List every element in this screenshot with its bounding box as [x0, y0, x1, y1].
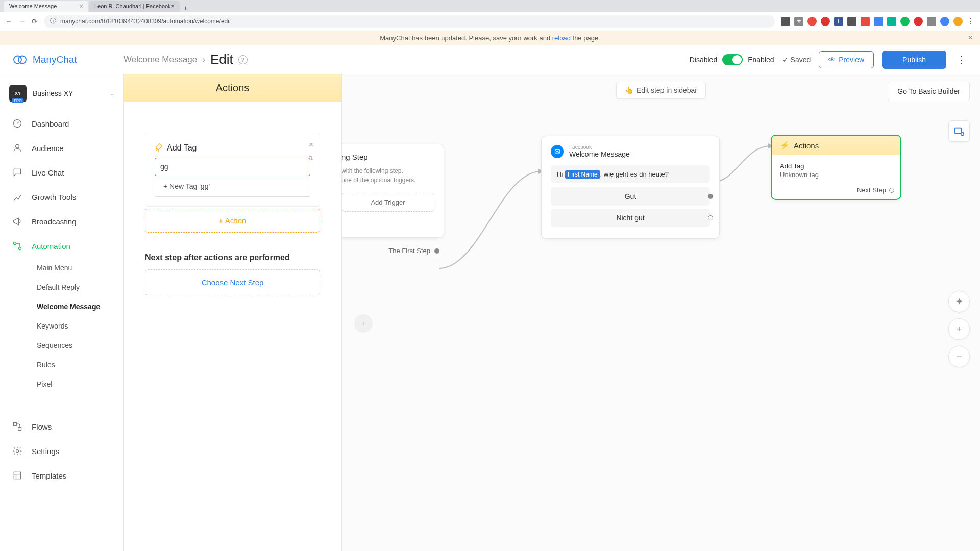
next-step-output[interactable]: Next Step	[857, 186, 894, 194]
ext-icon[interactable]	[887, 17, 896, 26]
reload-icon[interactable]: ⟳	[32, 17, 38, 26]
browser-tab-1[interactable]: Welcome Message×	[4, 1, 88, 12]
sidebar-item-audience[interactable]: Audience	[0, 136, 123, 160]
chevron-down-icon: ⌄	[109, 90, 114, 97]
connection-dot-icon[interactable]	[889, 188, 894, 193]
svg-rect-10	[955, 128, 962, 134]
add-trigger-button[interactable]: Add Trigger	[342, 193, 434, 212]
disabled-label: Disabled	[690, 56, 717, 64]
browser-tab-2[interactable]: Leon R. Chaudhari | Facebook×	[89, 1, 180, 12]
enabled-toggle-group: Disabled Enabled	[690, 54, 774, 65]
url-text: manychat.com/fb181039443240830​9/automat…	[60, 18, 231, 25]
sidebar-sub-mainmenu[interactable]: Main Menu	[0, 258, 123, 278]
url-input[interactable]: ⓘ manychat.com/fb181039443240830​9/autom…	[44, 15, 775, 28]
saved-label: Saved	[791, 56, 811, 64]
ext-icon[interactable]	[874, 17, 883, 26]
sidebar: XY PRO Business XY ⌄ Dashboard Audience …	[0, 74, 124, 551]
help-icon[interactable]: ?	[238, 55, 248, 64]
action-detail: Unknown tag	[780, 171, 892, 179]
logo[interactable]: ManyChat	[12, 52, 124, 67]
magic-button[interactable]: ✦	[948, 291, 970, 312]
close-icon[interactable]: ×	[968, 33, 973, 42]
new-tab-button[interactable]: +	[181, 4, 191, 12]
actions-panel-body: × ⇅ 🏷 Add Tag + New Tag 'gg' + Action Ne…	[124, 102, 341, 306]
workspace-name: Business XY	[33, 89, 103, 97]
menu-icon[interactable]: ⋮	[967, 16, 975, 26]
reload-link[interactable]: reload	[552, 34, 571, 42]
nav-label: Settings	[32, 447, 59, 456]
sidebar-sub-keywords[interactable]: Keywords	[0, 316, 123, 336]
go-basic-builder-button[interactable]: Go To Basic Builder	[888, 82, 970, 101]
svg-point-0	[14, 56, 21, 63]
preview-button[interactable]: 👁 Preview	[819, 51, 874, 68]
connection-dot-icon[interactable]	[708, 215, 713, 220]
ext-icon[interactable]	[927, 17, 936, 26]
starting-step-node[interactable]: ng Step with the following step.one of t…	[342, 144, 444, 238]
logo-text: ManyChat	[33, 54, 77, 65]
sidebar-item-templates[interactable]: Templates	[0, 463, 123, 488]
sidebar-item-broadcasting[interactable]: Broadcasting	[0, 209, 123, 234]
ext-icon[interactable]	[807, 17, 817, 26]
nav-label: Templates	[32, 471, 66, 480]
connection-dot-icon[interactable]	[708, 194, 713, 199]
drag-handle-icon[interactable]: ⇅	[308, 155, 313, 162]
sidebar-sub-defaultreply[interactable]: Default Reply	[0, 278, 123, 297]
sidebar-item-automation[interactable]: Automation	[0, 234, 123, 258]
sidebar-sub-sequences[interactable]: Sequences	[0, 336, 123, 355]
publish-button[interactable]: Publish	[882, 51, 946, 69]
connection-dot-icon[interactable]	[434, 248, 439, 254]
choose-next-step-button[interactable]: Choose Next Step	[145, 269, 320, 295]
back-button[interactable]: ‹	[354, 314, 373, 333]
close-icon[interactable]: ×	[171, 3, 175, 10]
back-icon[interactable]: ←	[5, 17, 12, 26]
ext-icon[interactable]: f	[834, 17, 843, 26]
forward-icon[interactable]: →	[18, 17, 26, 26]
ext-icon[interactable]	[900, 17, 910, 26]
ext-icon[interactable]	[940, 17, 949, 26]
zoom-out-button[interactable]: −	[948, 346, 970, 367]
ext-icon[interactable]	[781, 17, 790, 26]
platform-label: Facebook	[569, 144, 630, 150]
quick-reply-nichtgut[interactable]: Nicht gut	[551, 209, 710, 227]
quick-reply-label: Gut	[625, 192, 636, 201]
tag-input[interactable]	[155, 158, 310, 176]
ext-icon[interactable]	[914, 17, 923, 26]
nav-label: Live Chat	[32, 168, 64, 177]
profile-avatar[interactable]	[953, 17, 963, 26]
edit-in-sidebar-button[interactable]: 👆 Edit step in sidebar	[616, 82, 706, 99]
sidebar-item-dashboard[interactable]: Dashboard	[0, 111, 123, 136]
sidebar-sub-rules[interactable]: Rules	[0, 355, 123, 374]
svg-rect-7	[18, 428, 21, 431]
first-name-variable[interactable]: First Name	[565, 170, 600, 179]
new-tag-option[interactable]: + New Tag 'gg'	[155, 176, 310, 197]
flow-canvas[interactable]: 👆 Edit step in sidebar Go To Basic Build…	[342, 74, 980, 551]
message-bubble[interactable]: Hi First Name, wie geht es dir heute?	[551, 165, 710, 183]
ext-icon[interactable]	[847, 17, 856, 26]
ext-icon[interactable]	[821, 17, 830, 26]
sidebar-item-livechat[interactable]: Live Chat	[0, 160, 123, 185]
add-action-button[interactable]: + Action	[145, 209, 320, 233]
sidebar-sub-welcome[interactable]: Welcome Message	[0, 297, 123, 316]
more-menu-button[interactable]: ⋮	[954, 54, 968, 65]
sidebar-sub-pixel[interactable]: Pixel	[0, 374, 123, 394]
enabled-toggle[interactable]	[722, 54, 743, 65]
ext-icon[interactable]	[861, 17, 870, 26]
sidebar-item-growth[interactable]: Growth Tools	[0, 185, 123, 209]
node-header: ✉ Facebook Welcome Message	[551, 144, 710, 158]
sidebar-item-flows[interactable]: Flows	[0, 414, 123, 439]
close-icon[interactable]: ×	[309, 140, 313, 149]
close-icon[interactable]: ×	[80, 3, 83, 10]
quick-reply-gut[interactable]: Gut	[551, 187, 710, 206]
actions-node[interactable]: ⚡ Actions Add Tag Unknown tag Next Step	[771, 135, 901, 200]
svg-point-3	[16, 144, 19, 148]
ext-icon[interactable]: ☆	[794, 17, 803, 26]
svg-rect-9	[14, 472, 20, 479]
zoom-in-button[interactable]: +	[948, 318, 970, 340]
sidebar-item-settings[interactable]: Settings	[0, 439, 123, 463]
workspace-selector[interactable]: XY PRO Business XY ⌄	[0, 80, 123, 111]
nav-label: Broadcasting	[32, 217, 77, 226]
breadcrumb-parent[interactable]: Welcome Message	[124, 55, 197, 65]
welcome-message-node[interactable]: ✉ Facebook Welcome Message Hi First Name…	[541, 136, 720, 239]
add-node-button[interactable]	[948, 120, 970, 142]
first-step-output[interactable]: The First Step	[388, 247, 439, 255]
